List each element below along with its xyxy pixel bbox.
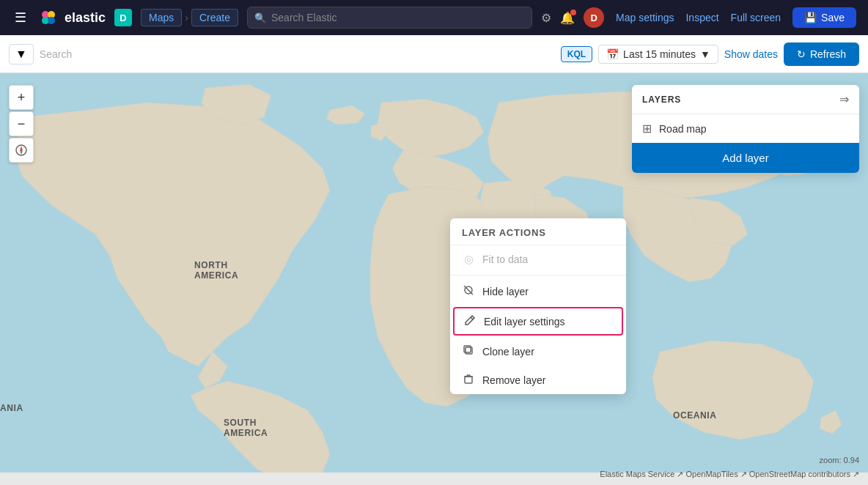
filter-toggle-icon: ▼ — [15, 48, 27, 61]
compass-btn[interactable] — [9, 138, 34, 163]
svg-point-0 — [40, 9, 57, 26]
kql-toggle[interactable]: KQL — [561, 46, 592, 62]
dropdown-title: Layer actions — [462, 227, 546, 238]
filter-bar: ▼ KQL 📅 Last 15 minutes ▼ Show dates ↻ R… — [0, 35, 868, 73]
calendar-icon: 📅 — [606, 48, 619, 60]
dropdown-item-edit-layer[interactable]: Edit layer settings — [453, 307, 623, 336]
layers-header: LAYERS ⇒ — [632, 85, 859, 114]
avatar[interactable]: D — [584, 7, 604, 28]
layers-panel: LAYERS ⇒ ⊞ Road map Add layer — [632, 85, 859, 173]
layers-title: LAYERS — [642, 95, 681, 105]
edit-layer-icon — [463, 314, 477, 328]
map-controls: + − — [9, 85, 34, 163]
hide-layer-icon — [462, 284, 475, 298]
nav-actions: ⚙ 🔔 D Map settings Inspect Full screen 💾… — [541, 7, 856, 28]
refresh-btn[interactable]: ↻ Refresh — [784, 42, 859, 66]
top-navigation: ☰ elastic D Maps › Create 🔍 ⚙ 🔔 D — [0, 0, 868, 35]
nav-icons: ⚙ 🔔 D — [541, 7, 604, 28]
search-icon: 🔍 — [254, 12, 266, 23]
svg-line-9 — [464, 286, 473, 295]
refresh-icon: ↻ — [797, 48, 806, 60]
full-screen-btn[interactable]: Full screen — [731, 12, 781, 23]
breadcrumb: Maps › Create — [141, 9, 238, 26]
dropdown-item-fit-to-data[interactable]: ◎ Fit to data — [450, 245, 626, 273]
layer-actions-dropdown: Layer actions ◎ Fit to data Hide layer — [450, 218, 626, 394]
zoom-in-btn[interactable]: + — [9, 85, 34, 110]
remove-layer-icon — [462, 373, 475, 387]
map-settings-btn[interactable]: Map settings — [616, 12, 674, 23]
map-container[interactable]: NORTHAMERICA SOUTHAMERICA OCEANIA ANIA +… — [0, 73, 868, 485]
hide-layer-label: Hide layer — [482, 286, 529, 297]
notification-badge: 🔔 — [560, 11, 575, 25]
edit-layer-label: Edit layer settings — [484, 316, 565, 327]
inspect-btn[interactable]: Inspect — [685, 12, 718, 23]
dropdown-divider-1 — [450, 275, 626, 275]
remove-layer-label: Remove layer — [482, 374, 545, 386]
svg-point-4 — [48, 17, 55, 24]
breadcrumb-separator: › — [185, 12, 188, 23]
elastic-logo: elastic — [38, 7, 106, 28]
hamburger-menu[interactable]: ☰ — [12, 7, 29, 29]
elastic-logo-icon — [38, 7, 59, 28]
dropdown-item-hide-layer[interactable]: Hide layer — [450, 277, 626, 306]
zoom-out-btn[interactable]: − — [9, 111, 34, 136]
zoom-info: zoom: 0.94 — [820, 456, 859, 464]
compass-icon — [15, 144, 28, 157]
save-icon: 💾 — [804, 12, 817, 23]
settings-icon-btn[interactable]: ⚙ — [541, 11, 551, 25]
clone-layer-label: Clone layer — [482, 346, 534, 358]
layer-grid-icon: ⊞ — [642, 122, 652, 136]
layers-collapse-btn[interactable]: ⇒ — [839, 92, 849, 106]
time-label: Last 15 minutes — [623, 48, 696, 60]
breadcrumb-create[interactable]: Create — [191, 9, 238, 26]
clone-layer-icon — [462, 344, 475, 358]
dropdown-item-remove-layer[interactable]: Remove layer — [450, 366, 626, 394]
map-attribution: Elastic Maps Service ↗ OpenMapTiles ↗ Op… — [600, 470, 859, 479]
notification-dot — [570, 10, 576, 15]
breadcrumb-maps[interactable]: Maps — [141, 9, 182, 26]
layer-name: Road map — [659, 123, 707, 135]
dropdown-header: Layer actions — [450, 218, 626, 245]
chevron-down-icon: ▼ — [700, 48, 710, 60]
time-picker[interactable]: 📅 Last 15 minutes ▼ — [598, 45, 718, 64]
add-layer-btn[interactable]: Add layer — [632, 143, 859, 173]
global-search: 🔍 — [247, 7, 532, 29]
filter-bar-toggle[interactable]: ▼ — [9, 44, 34, 64]
show-dates-btn[interactable]: Show dates — [724, 48, 778, 60]
svg-rect-14 — [465, 377, 472, 383]
dropdown-item-clone-layer[interactable]: Clone layer — [450, 337, 626, 366]
layer-item[interactable]: ⊞ Road map — [632, 114, 859, 143]
save-btn[interactable]: 💾 Save — [792, 7, 856, 28]
fit-to-data-label: Fit to data — [482, 253, 528, 265]
global-search-input[interactable] — [247, 7, 532, 29]
user-nav-badge: D — [114, 9, 132, 26]
filter-search-input[interactable] — [40, 48, 555, 60]
svg-line-11 — [471, 317, 473, 319]
fit-to-data-icon: ◎ — [462, 253, 475, 266]
